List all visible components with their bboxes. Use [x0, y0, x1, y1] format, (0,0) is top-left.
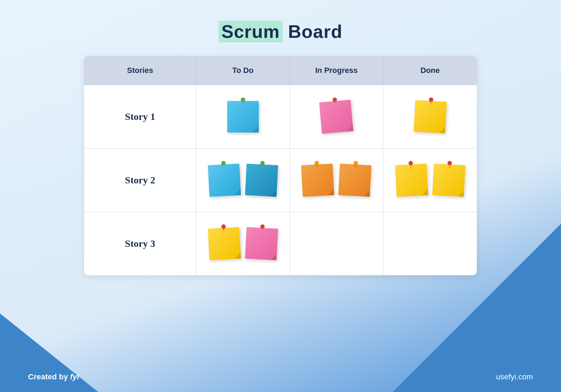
pin-icon	[315, 161, 319, 168]
pin-icon	[408, 161, 413, 168]
sticky-note	[395, 164, 428, 197]
header-done: Done	[383, 56, 477, 85]
story2-inprogress	[290, 149, 384, 212]
footer-url: usefyi.com	[496, 372, 533, 381]
story3-inprogress	[290, 212, 384, 275]
sticky-note	[301, 164, 334, 197]
page-content: Scrum Board Stories To Do In Progress Do…	[0, 0, 561, 275]
story-1-label: Story 1	[84, 85, 196, 148]
sticky-note	[245, 227, 278, 261]
story2-todo	[196, 149, 290, 212]
table-row: Story 3	[84, 212, 477, 275]
story1-done	[383, 85, 477, 148]
sticky-note	[432, 164, 465, 197]
footer: Created by fyi usefyi.com	[0, 372, 561, 381]
footer-created-by-text: Created by	[28, 372, 68, 381]
footer-credit: Created by fyi	[28, 372, 79, 381]
pin-icon	[241, 97, 245, 104]
sticky-note	[338, 164, 372, 197]
story1-todo	[196, 85, 290, 148]
pin-icon	[353, 161, 358, 168]
story-3-label: Story 3	[84, 212, 196, 275]
sticky-note	[319, 100, 354, 134]
story3-todo	[196, 212, 290, 275]
story-2-label: Story 2	[84, 149, 196, 212]
header-inprogress: In Progress	[290, 56, 384, 85]
sticky-note	[208, 164, 241, 197]
pin-icon	[428, 97, 433, 105]
pin-icon	[260, 161, 265, 168]
title-word2: Board	[288, 21, 343, 42]
story2-done	[383, 149, 477, 212]
sticky-note	[245, 164, 278, 197]
story3-done	[383, 212, 477, 275]
pin-icon	[260, 224, 265, 232]
title-area: Scrum Board	[218, 21, 343, 42]
header-stories: Stories	[84, 56, 196, 85]
title-highlight: Scrum	[218, 21, 283, 42]
board-body: Story 1	[84, 85, 477, 275]
story1-inprogress	[290, 85, 384, 148]
page-title: Scrum Board	[218, 21, 343, 42]
header-todo: To Do	[196, 56, 290, 85]
footer-brand: fyi	[70, 372, 79, 381]
pin-icon	[221, 161, 226, 168]
sticky-note	[208, 227, 241, 261]
table-row: Story 2	[84, 148, 477, 212]
pin-icon	[447, 161, 452, 168]
sticky-note	[227, 101, 259, 133]
scrum-board: Stories To Do In Progress Done Story 1	[84, 56, 477, 275]
table-row: Story 1	[84, 85, 477, 148]
pin-icon	[221, 224, 226, 232]
pin-icon	[333, 97, 338, 105]
sticky-note	[413, 100, 447, 134]
board-header: Stories To Do In Progress Done	[84, 56, 477, 85]
